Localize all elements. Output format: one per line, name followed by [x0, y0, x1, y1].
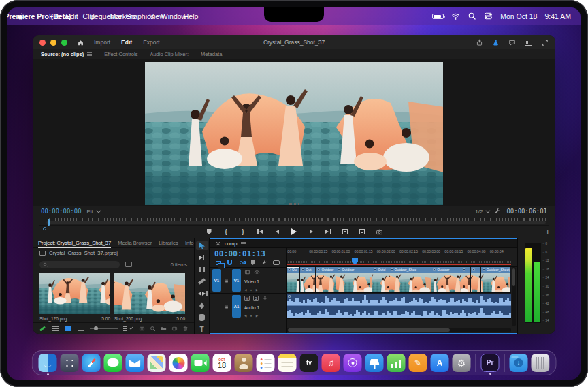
- captions-icon[interactable]: [272, 260, 280, 266]
- add-marker-icon[interactable]: [249, 260, 257, 266]
- comments-icon[interactable]: [508, 39, 516, 46]
- panel-tab[interactable]: Effect Controls: [104, 49, 137, 59]
- sequence-tab[interactable]: comp: [225, 241, 237, 247]
- timeline-clip[interactable]: [471, 267, 480, 292]
- quick-export-icon[interactable]: [476, 39, 483, 46]
- lift-button[interactable]: [339, 227, 352, 237]
- timeline-clip[interactable]: [461, 267, 471, 292]
- automate-to-sequence-icon[interactable]: [139, 326, 145, 332]
- track-lock-icon[interactable]: [223, 269, 231, 292]
- panel-tab[interactable]: Audio Clip Mixer:: [150, 49, 189, 59]
- keyframe-nav[interactable]: ◀ ● ▶: [244, 314, 284, 318]
- nav-tab-export[interactable]: Export: [143, 36, 160, 48]
- track-lock-icon[interactable]: [223, 295, 231, 318]
- project-tab[interactable]: Libraries: [159, 238, 178, 248]
- zoom-level-dropdown[interactable]: Fit: [87, 208, 99, 215]
- vertical-scrollbar[interactable]: [512, 267, 516, 326]
- app-menu-title[interactable]: Premiere Pro (Beta): [34, 13, 42, 19]
- dock-item-reminders[interactable]: [257, 354, 275, 372]
- tool-razor[interactable]: [196, 277, 208, 286]
- go-to-out-button[interactable]: [322, 227, 335, 237]
- wifi-icon[interactable]: [451, 12, 460, 20]
- timeline-playhead-timecode[interactable]: 00:00:01:13: [214, 249, 282, 258]
- track-target-a1[interactable]: A1: [232, 295, 241, 318]
- clear-trash-icon[interactable]: [182, 326, 189, 332]
- timeline-settings-wrench-icon[interactable]: [261, 260, 268, 266]
- menubar-time[interactable]: 9:41 AM: [544, 12, 571, 20]
- search-input[interactable]: [39, 261, 120, 268]
- dock-item-numbers[interactable]: [387, 354, 406, 372]
- dock-item-contacts[interactable]: [235, 354, 253, 372]
- dock-item-facetime[interactable]: [191, 354, 210, 372]
- panel-tab[interactable]: Source: (no clips): [41, 49, 92, 59]
- fullscreen-icon[interactable]: [541, 39, 549, 46]
- battery-icon[interactable]: [432, 14, 444, 19]
- menu-item-sequence[interactable]: Sequence: [102, 13, 110, 19]
- icon-view-button[interactable]: [64, 325, 72, 332]
- dock-item-launchpad[interactable]: [61, 354, 79, 372]
- step-back-button[interactable]: [271, 227, 284, 237]
- export-frame-button[interactable]: [373, 227, 386, 237]
- search-icon[interactable]: [468, 12, 476, 20]
- linked-selection-icon[interactable]: [238, 260, 245, 266]
- solo-track-button[interactable]: S: [253, 296, 259, 301]
- keyframe-nav[interactable]: ◀ ● ▶: [244, 288, 284, 292]
- monitor-scrubber[interactable]: [39, 217, 549, 226]
- dock-item-tv[interactable]: tv: [300, 354, 318, 372]
- dock-item-settings[interactable]: ⚙: [453, 354, 471, 372]
- new-bin-icon[interactable]: [161, 326, 167, 332]
- project-tab[interactable]: Media Browser: [118, 238, 152, 248]
- menubar-date[interactable]: Mon Oct 18: [500, 12, 537, 20]
- dock-item-finder[interactable]: [39, 354, 57, 372]
- dock-item-messages[interactable]: [104, 354, 122, 372]
- playhead-line[interactable]: [355, 265, 355, 326]
- source-patch-v1[interactable]: V1: [212, 269, 221, 292]
- snap-icon[interactable]: [226, 260, 233, 266]
- project-file-row[interactable]: Crystal_Grass_Shot_37.prproj: [33, 248, 194, 258]
- dock-item-podcasts[interactable]: [344, 354, 362, 372]
- tool-track-select-forward[interactable]: [196, 253, 208, 262]
- project-tab[interactable]: Project: Crystal_Grass_Shot_37: [38, 238, 111, 248]
- project-tab[interactable]: Info: [185, 238, 194, 248]
- playback-resolution-dropdown[interactable]: 1/2: [475, 208, 489, 215]
- workspaces-icon[interactable]: [525, 40, 532, 46]
- tool-hand[interactable]: [196, 313, 208, 322]
- beta-feedback-icon[interactable]: [492, 39, 500, 46]
- monitor-timecode[interactable]: 00:00:00:00: [41, 208, 82, 215]
- tool-selection[interactable]: [196, 241, 208, 250]
- track-target-v1[interactable]: V1: [232, 269, 241, 292]
- close-sequence-icon[interactable]: [216, 241, 220, 246]
- nest-sequence-icon[interactable]: [214, 260, 222, 266]
- voiceover-record-mic-icon[interactable]: [262, 295, 268, 301]
- tool-pen[interactable]: [196, 301, 208, 310]
- timeline-ruler[interactable]: :00:0000:00:00:1500:00:01:0000:00:01:150…: [287, 248, 517, 267]
- filter-bin-icon[interactable]: [125, 262, 132, 267]
- menu-item-view[interactable]: View: [153, 13, 161, 19]
- timeline-clip[interactable]: Outd: [372, 267, 388, 292]
- sort-icons-button[interactable]: [123, 325, 131, 332]
- nav-tab-import[interactable]: Import: [94, 36, 110, 48]
- source-patch-a1[interactable]: [212, 295, 221, 318]
- project-clip-card[interactable]: Shot_120.png 5:00: [39, 273, 110, 321]
- mark-in-button[interactable]: {: [220, 227, 233, 237]
- menu-item-edit[interactable]: Edit: [68, 13, 76, 19]
- project-clip-card[interactable]: Shot_260.png 5:00: [114, 273, 185, 321]
- tool-type[interactable]: T: [196, 325, 208, 334]
- monitor-drag-handle[interactable]: [289, 203, 299, 205]
- go-to-in-button[interactable]: [254, 227, 267, 237]
- horizontal-scrollbar[interactable]: [287, 328, 511, 332]
- timeline-clip[interactable]: Ou: [287, 267, 299, 292]
- close-window-button[interactable]: [39, 40, 46, 46]
- timeline-clip[interactable]: Out: [300, 267, 315, 292]
- scrubber-playhead[interactable]: [48, 219, 50, 226]
- dock-item-notes[interactable]: [278, 354, 297, 372]
- timeline-track-area[interactable]: :00:0000:00:00:1500:00:01:0000:00:01:150…: [287, 248, 517, 333]
- panel-menu-icon[interactable]: [87, 52, 92, 56]
- add-marker-button[interactable]: [203, 227, 216, 237]
- dock-item-trash[interactable]: [532, 354, 550, 372]
- timeline-clip[interactable]: Outdoor: [316, 267, 336, 292]
- sync-lock-icon[interactable]: [244, 269, 250, 275]
- monitor-settings-wrench-icon[interactable]: [494, 208, 501, 215]
- timeline-clip[interactable]: Outdoor_Shoot_v01.m: [481, 267, 510, 292]
- menu-item-file[interactable]: File: [51, 13, 59, 19]
